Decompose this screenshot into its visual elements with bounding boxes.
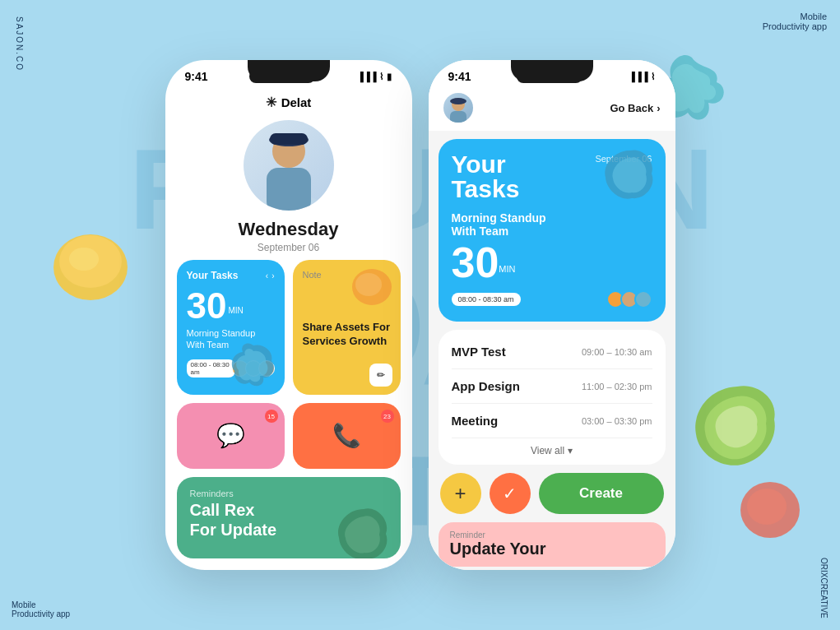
task-item-2[interactable]: Meeting 03:00 – 03:30 pm bbox=[452, 404, 652, 438]
reminder-label: Reminder bbox=[450, 530, 654, 540]
tasks-widget[interactable]: Your Tasks ‹ › 30MIN Morning Standup Wit… bbox=[177, 260, 285, 395]
svg-point-11 bbox=[355, 273, 382, 296]
standup-title-line2: With Team bbox=[452, 225, 652, 238]
task-time-0: 09:00 – 10:30 am bbox=[582, 347, 652, 357]
svg-point-14 bbox=[450, 98, 466, 104]
phone2-header: Go Back › bbox=[429, 86, 675, 131]
note-text: Share Assets For Services Growth bbox=[303, 321, 391, 349]
phone1-time: 9:41 bbox=[185, 70, 208, 83]
phone-button[interactable]: 📞 23 bbox=[293, 403, 401, 468]
svg-rect-7 bbox=[267, 168, 311, 211]
task-item-1[interactable]: App Design 11:00 – 02:30 pm bbox=[452, 369, 652, 404]
create-button[interactable]: Create bbox=[539, 473, 664, 514]
phone2-avatar bbox=[443, 93, 473, 123]
phone-icon: 📞 bbox=[332, 422, 361, 449]
reminders-widget[interactable]: Reminders Call Rex For Update bbox=[177, 477, 401, 558]
reminder-footer[interactable]: Reminder Update Your bbox=[439, 522, 666, 567]
phone-1: 9:41 ▐▐▐⌇▮ ✳ Delat bbox=[165, 60, 412, 570]
svg-point-1 bbox=[59, 235, 122, 288]
reminder-title: Update Your bbox=[450, 540, 654, 558]
tasks-card-3d-shape bbox=[604, 147, 657, 201]
tasks-card-title-line2: Tasks bbox=[452, 177, 520, 202]
note-3d-shape bbox=[349, 266, 394, 308]
tasks-nav[interactable]: ‹ › bbox=[266, 271, 275, 280]
phone-2: 9:41 ▐▐▐⌇ Go Back › bbox=[429, 60, 675, 570]
reminders-label: Reminders bbox=[190, 489, 388, 498]
go-back-arrow-icon: › bbox=[657, 102, 660, 114]
chat-button[interactable]: 💬 15 bbox=[177, 403, 285, 468]
phone1-app-title: Delat bbox=[281, 95, 312, 109]
phone2-tasks-card[interactable]: Your Tasks September 06 Morning Standup … bbox=[439, 139, 666, 322]
go-back-button[interactable]: Go Back › bbox=[610, 102, 660, 114]
task-time-1: 11:00 – 02:30 pm bbox=[582, 382, 652, 391]
tasks-card-avatar-group bbox=[610, 290, 652, 308]
deco-salmon-blob bbox=[737, 477, 803, 543]
view-all-row[interactable]: View all ▾ bbox=[452, 438, 652, 460]
tasks-nav-next[interactable]: › bbox=[271, 271, 274, 280]
phone1-day-name: Wednesday bbox=[165, 219, 412, 240]
reminders-3d-shape bbox=[335, 505, 392, 558]
phone1-avatar bbox=[244, 120, 334, 211]
tasks-card-title-line1: Your bbox=[452, 152, 520, 177]
task-name-1: App Design bbox=[452, 379, 520, 393]
task-name-2: Meeting bbox=[452, 414, 499, 428]
chat-icon: 💬 bbox=[216, 422, 245, 449]
add-button[interactable]: + bbox=[440, 473, 481, 514]
svg-rect-13 bbox=[450, 111, 466, 123]
phones-container: 9:41 ▐▐▐⌇▮ ✳ Delat bbox=[165, 60, 675, 570]
task-time-2: 03:00 – 03:30 pm bbox=[582, 416, 652, 426]
phone1-day-section: Wednesday September 06 bbox=[165, 215, 412, 260]
phone2-status-icons: ▐▐▐⌇ bbox=[629, 72, 655, 82]
tasks-card-time-badge: 08:00 - 08:30 am bbox=[452, 293, 521, 306]
tasks-card-time-row: 08:00 - 08:30 am bbox=[452, 290, 652, 308]
chat-badge: 15 bbox=[265, 410, 278, 423]
tasks-card-number: 30MIN bbox=[452, 241, 652, 284]
svg-point-4 bbox=[747, 489, 787, 525]
phone2-notch bbox=[511, 60, 593, 81]
task-item-0[interactable]: MVP Test 09:00 – 10:30 am bbox=[452, 335, 652, 369]
svg-point-2 bbox=[69, 248, 99, 271]
tasks-card-title-block: Your Tasks bbox=[452, 152, 520, 202]
brand-bottom-left: Mobile Productivity app bbox=[12, 600, 70, 618]
note-edit-button[interactable]: ✏ bbox=[369, 364, 392, 387]
check-button[interactable]: ✓ bbox=[490, 473, 531, 514]
brand-bottom-right: ORIXCREATIVE bbox=[819, 558, 828, 618]
svg-point-0 bbox=[53, 234, 128, 300]
deco-green-wavy bbox=[692, 378, 782, 469]
phone1-widgets-grid: Your Tasks ‹ › 30MIN Morning Standup Wit… bbox=[165, 260, 412, 570]
standup-title-line1: Morning Standup bbox=[452, 211, 652, 225]
phone1-status-icons: ▐▐▐⌇▮ bbox=[357, 72, 392, 82]
note-widget[interactable]: Note Share Assets For Services Growth ✏ bbox=[293, 260, 401, 395]
task-name-0: MVP Test bbox=[452, 345, 506, 359]
phone-badge: 23 bbox=[381, 410, 394, 423]
tasks-big-number: 30MIN bbox=[187, 288, 275, 324]
go-back-label: Go Back bbox=[610, 102, 653, 114]
svg-point-3 bbox=[740, 482, 800, 538]
phone1-notch bbox=[248, 60, 330, 81]
phone2-time: 9:41 bbox=[448, 70, 471, 83]
deco-yellow-blob bbox=[49, 230, 132, 304]
phone1-header: ✳ Delat bbox=[165, 86, 412, 110]
tasks-nav-prev[interactable]: ‹ bbox=[266, 271, 268, 280]
phone1-avatar-section bbox=[165, 110, 412, 215]
phone1-day-date: September 06 bbox=[165, 242, 412, 253]
svg-rect-9 bbox=[270, 133, 308, 145]
brand-top-right: Mobile Productivity app bbox=[763, 12, 827, 31]
tasks-widget-3d-shape bbox=[229, 341, 278, 387]
view-all-chevron-icon: ▾ bbox=[568, 445, 573, 456]
delat-star-icon: ✳ bbox=[266, 95, 276, 110]
brand-top-left: SAJON.CO bbox=[15, 16, 24, 72]
tasks-widget-title: Your Tasks bbox=[187, 270, 239, 281]
phone2-bottom-bar: + ✓ Create bbox=[429, 465, 675, 522]
view-all-label: View all bbox=[531, 445, 564, 456]
phone2-task-list: MVP Test 09:00 – 10:30 am App Design 11:… bbox=[439, 330, 666, 465]
